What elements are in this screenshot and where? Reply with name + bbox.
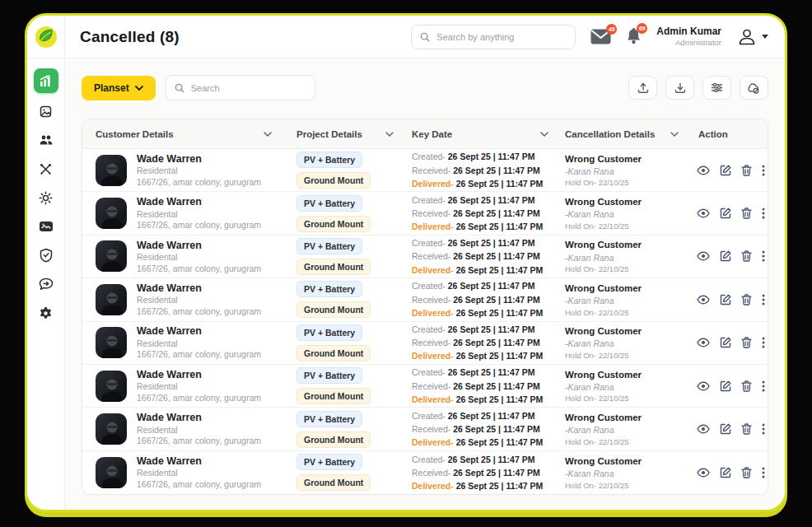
sidebar-item-security[interactable]	[34, 245, 58, 266]
cancellation-cell: Wrong Customer -Karan Rana Hold On- 22/1…	[565, 238, 688, 274]
view-button[interactable]	[695, 207, 712, 220]
edit-button[interactable]	[718, 292, 733, 307]
edit-icon	[720, 467, 731, 478]
sidebar-item-settings[interactable]	[34, 302, 58, 324]
created-value: 26 Sept 25 | 11:47 PM	[448, 281, 535, 291]
view-button[interactable]	[695, 422, 712, 436]
created-label: Created-	[412, 411, 446, 421]
customer-address: 1667/26, amar colony, gurugram	[137, 479, 261, 491]
delete-button[interactable]	[740, 292, 754, 307]
customer-address: 1667/26, amar colony, gurugram	[137, 393, 261, 404]
more-options-button[interactable]	[760, 163, 767, 178]
sort-chevron-icon[interactable]	[264, 132, 272, 137]
received-label: Received-	[412, 338, 450, 347]
cancellation-hold-date: Hold On- 22/10/25	[565, 177, 688, 188]
view-button[interactable]	[695, 466, 712, 479]
project-cell: PV + Battery Ground Mount	[296, 411, 412, 448]
column-header-customer-details[interactable]: Customer Details	[96, 129, 296, 139]
table-body: Wade Warren Residental 1667/26, amar col…	[82, 149, 768, 494]
more-options-button[interactable]	[760, 379, 767, 394]
sidebar-item-documents[interactable]	[34, 100, 58, 122]
customer-text: Wade Warren Residental 1667/26, amar col…	[137, 195, 261, 231]
edit-button[interactable]	[718, 422, 733, 436]
delete-button[interactable]	[740, 249, 754, 264]
created-value: 26 Sept 25 | 11:47 PM	[448, 455, 535, 464]
received-label: Received-	[412, 208, 450, 218]
created-line: Created- 26 Sept 25 | 11:47 PM	[412, 366, 565, 379]
cancellation-cell: Wrong Customer -Karan Rana Hold On- 22/1…	[565, 282, 688, 318]
column-header-project-details[interactable]: Project Details	[296, 129, 412, 139]
sort-chevron-icon[interactable]	[385, 132, 394, 137]
edit-button[interactable]	[718, 249, 733, 264]
profile-menu-button[interactable]	[736, 26, 768, 48]
edit-button[interactable]	[718, 335, 733, 350]
kebab-menu-icon	[762, 250, 765, 262]
edit-button[interactable]	[718, 206, 733, 221]
cancellation-reason: Wrong Customer	[565, 195, 688, 208]
created-value: 26 Sept 25 | 11:47 PM	[448, 152, 535, 161]
delete-button[interactable]	[740, 379, 754, 394]
sidebar	[27, 58, 65, 510]
column-header-cancellation-details[interactable]: Cancellation Details	[565, 129, 688, 139]
avatar	[96, 413, 127, 445]
cancellation-reason: Wrong Customer	[565, 238, 688, 251]
sidebar-item-messages[interactable]	[34, 273, 58, 295]
delete-button[interactable]	[740, 465, 754, 480]
received-value: 26 Sept 25 | 11:47 PM	[453, 381, 540, 391]
download-button[interactable]	[665, 76, 694, 100]
sort-chevron-icon[interactable]	[670, 132, 679, 137]
more-options-button[interactable]	[760, 292, 767, 307]
edit-button[interactable]	[718, 163, 733, 178]
sidebar-item-analytics[interactable]	[34, 68, 58, 93]
action-cell	[688, 422, 767, 436]
delete-button[interactable]	[740, 335, 754, 350]
more-options-button[interactable]	[760, 206, 767, 221]
sort-chevron-icon[interactable]	[540, 132, 548, 137]
planset-label: Planset	[94, 82, 129, 94]
more-options-button[interactable]	[760, 422, 767, 436]
customer-text: Wade Warren Residental 1667/26, amar col…	[137, 324, 261, 361]
schedule-button[interactable]	[740, 76, 768, 100]
kebab-menu-icon	[762, 380, 765, 392]
delivered-value: 26 Sept 25 | 11:47 PM	[456, 308, 544, 318]
delete-button[interactable]	[740, 163, 754, 178]
received-value: 26 Sept 25 | 11:47 PM	[453, 251, 540, 261]
app-logo[interactable]	[27, 16, 65, 58]
edit-icon	[720, 250, 731, 262]
sidebar-item-solar[interactable]	[34, 187, 58, 208]
project-tag-pv-battery: PV + Battery	[296, 238, 362, 254]
view-button[interactable]	[695, 293, 712, 306]
delete-button[interactable]	[740, 206, 754, 221]
global-search-input[interactable]	[436, 32, 567, 42]
sidebar-item-users[interactable]	[34, 129, 58, 151]
cancellation-by: -Karan Rana	[565, 424, 688, 436]
customer-type: Residental	[137, 425, 261, 436]
table-row: Wade Warren Residental 1667/26, amar col…	[82, 365, 768, 408]
delivered-label: Delivered-	[412, 481, 454, 491]
filter-button[interactable]	[702, 76, 731, 100]
table-row: Wade Warren Residental 1667/26, amar col…	[82, 149, 768, 192]
more-options-button[interactable]	[760, 335, 767, 350]
delete-button[interactable]	[740, 422, 754, 436]
sidebar-item-payments[interactable]	[34, 216, 58, 237]
view-button[interactable]	[695, 164, 712, 177]
notifications-button[interactable]: 69	[626, 28, 642, 45]
created-line: Created- 26 Sept 25 | 11:47 PM	[412, 323, 565, 336]
column-header-key-date[interactable]: Key Date	[412, 129, 565, 139]
search-icon	[420, 32, 430, 42]
table-search-input[interactable]	[191, 83, 306, 93]
cancellation-cell: Wrong Customer -Karan Rana Hold On- 22/1…	[565, 195, 688, 231]
more-options-button[interactable]	[760, 465, 767, 480]
edit-button[interactable]	[718, 379, 733, 394]
view-button[interactable]	[695, 380, 712, 393]
mail-button[interactable]: 49	[590, 29, 611, 44]
planset-dropdown-button[interactable]: Planset	[82, 76, 156, 100]
view-button[interactable]	[695, 250, 712, 263]
upload-button[interactable]	[628, 76, 657, 100]
view-button[interactable]	[695, 336, 712, 349]
created-value: 26 Sept 25 | 11:47 PM	[448, 238, 535, 248]
more-options-button[interactable]	[760, 249, 767, 264]
edit-button[interactable]	[718, 465, 733, 480]
avatar	[96, 198, 127, 229]
sidebar-item-partners[interactable]	[34, 158, 58, 180]
